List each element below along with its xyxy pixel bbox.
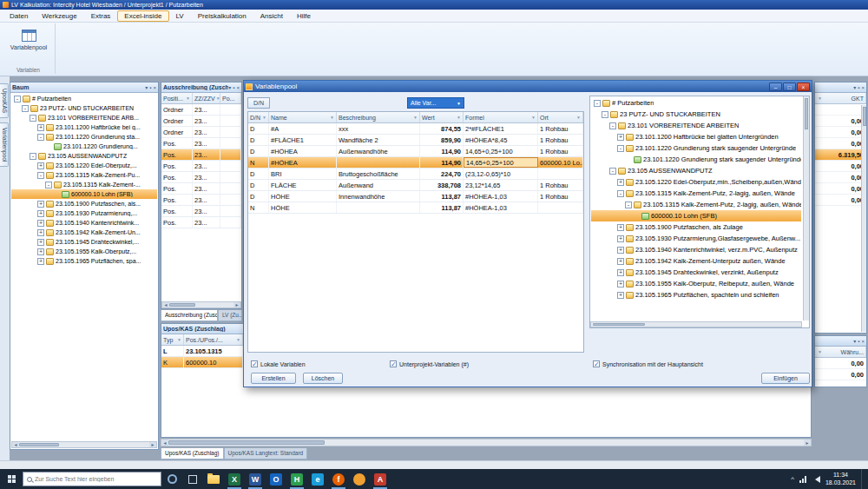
menu-item-ansicht[interactable]: Ansicht [253, 10, 290, 22]
gkt-value-row[interactable]: 0,00 [815, 127, 866, 138]
expand-toggle-icon[interactable]: + [617, 292, 624, 299]
menu-item-hilfe[interactable]: Hilfe [290, 10, 318, 22]
position-row[interactable]: Pos.23... [161, 183, 241, 195]
filter-icon[interactable]: ▼ [186, 96, 190, 101]
pin-icon[interactable]: ▪ [858, 84, 859, 91]
tree-horizontal-scrollbar[interactable] [590, 321, 802, 327]
lv-tree-item[interactable]: +23.105.1940 Kantenrichtwink... [11, 218, 157, 228]
lv-tree-item[interactable]: +23.101.1200 Haftbrücke bei g... [11, 122, 157, 132]
taskbar-clock[interactable]: 11:34 18.03.2021 [825, 472, 856, 487]
pin-icon[interactable]: ▪ [149, 84, 151, 91]
currency-column-header[interactable]: Währu... [841, 349, 864, 355]
filter-icon[interactable]: ▼ [576, 115, 581, 120]
gkt-value-row[interactable] [815, 104, 866, 116]
variablenpool-tree-item[interactable]: 23.101.1220 Grundierung stark saugender … [591, 154, 801, 165]
currency-value-row[interactable]: 0,00 [815, 358, 866, 369]
expand-toggle-icon[interactable]: + [617, 258, 624, 265]
position-row[interactable]: Pos.23... [161, 149, 241, 161]
gkt-value-row[interactable]: 0,00 [815, 161, 866, 172]
variablenpool-tree-item[interactable]: +23.105.1930 Putzarmierung,Glasfasergewe… [591, 233, 801, 244]
einfuegen-button[interactable]: Einfügen [761, 373, 810, 384]
column-header[interactable]: Positi...▼ [161, 93, 193, 103]
tray-expand-icon[interactable]: ^ [791, 475, 794, 483]
tree-vertical-scrollbar[interactable] [803, 96, 809, 320]
menu-item-preiskalkulation[interactable]: Preiskalkulation [191, 10, 253, 22]
position-row[interactable]: Pos.23... [161, 217, 241, 228]
variablenpool-tree-item[interactable]: +23.105.1965 Putzflächen, spachteln und … [591, 289, 801, 301]
expand-toggle-icon[interactable]: + [617, 247, 624, 254]
expand-toggle-icon[interactable]: + [37, 210, 44, 217]
group-by-chip[interactable]: D/N [247, 97, 270, 109]
filter-icon[interactable]: ▼ [818, 349, 822, 354]
variablenpool-tree-item[interactable]: +23.105.1220 Edel-Oberputz,min.,Scheiben… [591, 176, 801, 188]
search-input[interactable] [35, 476, 157, 482]
lokale-variablen-checkbox[interactable]: ✓Lokale Variablen [251, 360, 306, 367]
variable-filter-dropdown[interactable]: Alle Var... ▼ [407, 97, 464, 109]
variable-row[interactable]: D#FLÄCHE1Wandfläche 2859,90#HÖHEA*8,451 … [248, 135, 583, 146]
expand-toggle-icon[interactable]: + [37, 220, 44, 227]
expand-toggle-icon[interactable]: + [617, 235, 624, 242]
variablenpool-tree-item[interactable]: -# Putzarbeiten [591, 97, 801, 109]
lv-tree-item[interactable]: -23.101 VORBEREITENDE ARB... [11, 113, 157, 122]
filter-icon[interactable]: ▼ [818, 96, 822, 101]
scroll-left-icon[interactable]: ◄ [12, 442, 19, 447]
expand-toggle-icon[interactable]: - [625, 202, 632, 208]
dropdown-icon[interactable]: ▾ [853, 84, 856, 91]
expand-toggle-icon[interactable]: - [37, 134, 44, 141]
menu-item-excel-inside[interactable]: Excel-inside [117, 10, 168, 22]
position-row[interactable]: Ordner23... [161, 127, 241, 138]
variablenpool-button[interactable]: Variablenpool [5, 26, 52, 59]
gkt-column-header[interactable]: GKT [852, 96, 864, 102]
variable-row[interactable]: DFLÄCHEAußenwand338,70823,12*14,651 Rohb… [248, 180, 583, 191]
expand-toggle-icon[interactable]: - [594, 100, 601, 107]
position-row[interactable]: Ordner23... [161, 116, 241, 127]
volume-icon[interactable] [812, 476, 820, 483]
filter-icon[interactable]: ▼ [531, 115, 536, 120]
position-row[interactable]: Ordner23... [161, 104, 241, 116]
dock-tab-variablenpool[interactable]: Variablenpool [0, 122, 9, 167]
erstellen-button[interactable]: Erstellen [251, 373, 296, 384]
lv-tree-item[interactable]: -23.101.1220 Grundierung sta... [11, 132, 157, 142]
filter-icon[interactable]: ▼ [236, 337, 240, 342]
gkt-value-row[interactable]: 0,00 [815, 172, 866, 183]
loeschen-button[interactable]: Löschen [303, 373, 343, 384]
lv-tree-item[interactable]: +23.105.1945 Drahteckwinkel,... [11, 237, 157, 247]
maximize-button[interactable]: □ [783, 83, 796, 91]
taskbar-h-app-icon[interactable]: H [286, 469, 307, 489]
scroll-thumb[interactable] [805, 98, 808, 129]
expand-toggle-icon[interactable]: + [37, 162, 44, 169]
ausschreibung-tab[interactable]: LV (Zu... [218, 310, 242, 321]
taskbar-edge-icon[interactable]: e [307, 469, 328, 489]
position-row[interactable]: Pos.23... [161, 172, 241, 183]
filter-icon[interactable]: ▼ [216, 96, 220, 101]
column-header[interactable]: ZZ/ZZV▼ [193, 93, 220, 103]
close-icon[interactable]: × [236, 84, 240, 91]
gkt-value-row[interactable]: 6.319,50 [815, 149, 866, 161]
variable-row[interactable]: D#Axxx874,552*#FLÄCHE11 Rohbau [248, 123, 583, 135]
variablenpool-tree-item[interactable]: -23.105.1315 Kalk-Zement-Putz, 2-lagig, … [591, 188, 801, 199]
scroll-thumb[interactable] [863, 107, 866, 126]
expand-toggle-icon[interactable]: + [37, 239, 44, 246]
currency-value-row[interactable]: 0,00 [815, 369, 866, 380]
variable-row[interactable]: NHÖHE113,87#HÖHEA-1,03 [248, 202, 583, 214]
expand-toggle-icon[interactable]: + [37, 201, 44, 208]
lv-tree-item[interactable]: +23.105.1900 Putzfaschen, als... [11, 199, 157, 208]
uposkas-tab[interactable]: Upos/KAS Langtext: Standard [224, 448, 308, 459]
expand-toggle-icon[interactable]: - [609, 122, 616, 129]
scroll-right-icon[interactable]: ► [149, 442, 156, 447]
dropdown-icon[interactable]: ▾ [853, 338, 856, 345]
uposkas-tab[interactable]: Upos/KAS (Zuschlag) [161, 448, 224, 459]
filter-icon[interactable]: ▼ [177, 337, 181, 342]
variablenpool-tree-item[interactable]: -23.101.1220 Grundierung stark saugender… [591, 142, 801, 154]
expand-toggle-icon[interactable]: + [37, 229, 44, 236]
gkt-value-row[interactable]: 0,00 [815, 183, 866, 195]
variablenpool-tree-item[interactable]: +23.105.1945 Drahteckwinkel, verzinkt, A… [591, 267, 801, 278]
close-button[interactable]: × [797, 83, 810, 91]
expand-toggle-icon[interactable]: + [617, 269, 624, 276]
expand-toggle-icon[interactable]: + [617, 224, 624, 231]
task-view-button[interactable] [182, 469, 203, 489]
lv-tree-item[interactable]: 600000.10 Lohn (SFB) [11, 189, 157, 199]
taskbar-word-icon[interactable]: W [245, 469, 266, 489]
variable-row[interactable]: DBRIBruttogeschoßfläche224,70(23,12-0,65… [248, 169, 583, 180]
gkt-value-row[interactable]: 0,00 [815, 138, 866, 149]
